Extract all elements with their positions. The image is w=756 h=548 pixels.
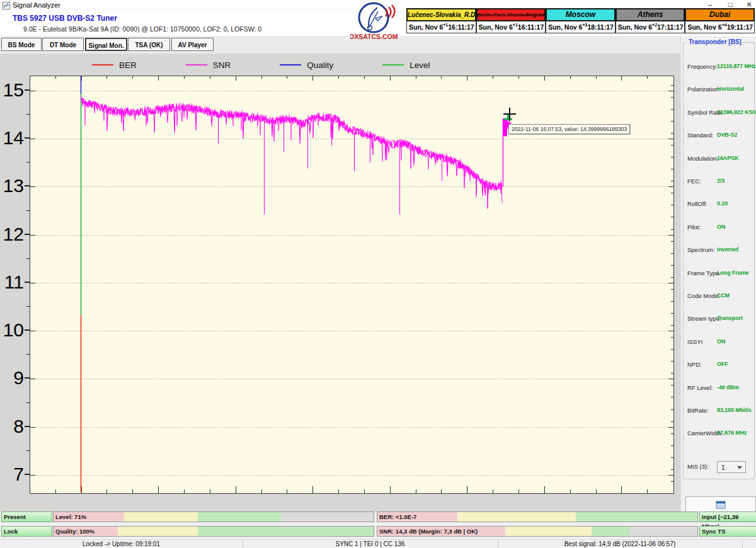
y-axis-label: 9	[0, 367, 24, 389]
transponder-row-value: CCM	[717, 292, 730, 299]
mis-label: MIS (3):	[687, 463, 709, 470]
tab-bs-mode[interactable]: BS Mode	[1, 38, 42, 51]
clock-4: Dubai Sun, Nov 6+419:11:17	[685, 8, 755, 35]
legend-label: Quality	[307, 60, 333, 70]
meter-segment	[457, 512, 576, 522]
clock-2: Moscow Sun, Nov 6+318:11:17	[546, 8, 616, 35]
crosshair-cursor-icon	[503, 113, 516, 115]
y-axis-tick	[25, 234, 30, 235]
transponder-row-label: ISSYI	[687, 338, 702, 345]
y-axis-tick	[25, 426, 30, 427]
transponder-row-value: 12110,877 MHz	[717, 63, 756, 69]
mis-value: 1	[721, 464, 725, 471]
status-bar: Locked -> Uptime: 09:19:01 SYNC 1 | TEI …	[0, 539, 756, 548]
meter-segment	[505, 527, 592, 536]
legend-label: Level	[410, 60, 430, 70]
dxsatcs-logo: DXSATCS.COM	[350, 1, 404, 42]
y-axis-label: 8	[0, 415, 24, 438]
y-axis-tick	[25, 474, 30, 475]
transponder-row-label: Spectrum:	[687, 246, 714, 253]
transponder-row-label: Frequency:	[687, 63, 718, 70]
transponder-row-value: 16APSK	[717, 155, 738, 161]
present-badge: Present	[1, 511, 52, 522]
clock-time: 17:11:17	[657, 23, 683, 31]
legend-line-swatch	[186, 64, 207, 66]
transponder-groupbox: Transponder [BS] Frequency:12110,877 MHz…	[683, 42, 755, 479]
tab-signal-mon-[interactable]: Signal Mon.	[85, 38, 127, 51]
y-axis-minor-tick	[26, 210, 30, 211]
statusbar-uptime: Locked -> Uptime: 09:19:01	[0, 540, 243, 548]
tuner-title: TBS 5927 USB DVB-S2 Tuner	[13, 14, 117, 23]
y-axis-minor-tick	[26, 162, 30, 163]
input-rate-badge: Input (~21,39 Mbps)	[699, 511, 756, 522]
meter-segment	[198, 512, 281, 522]
bottom-status-rows: Present Lock Level: 71%Quality: 100%BER:…	[0, 511, 756, 539]
y-axis-label: 15	[0, 79, 24, 101]
mis-dropdown[interactable]: 1	[717, 461, 746, 473]
statusbar-divider	[742, 540, 743, 548]
level-meter-label: Level: 71%	[55, 512, 86, 522]
quality-meter-label: Quality: 100%	[55, 527, 94, 536]
clock-time: 16:11:17	[448, 23, 474, 31]
signal-analyzer-window: Signal Analyzer – □ ✕ TBS 5927 USB DVB-S…	[0, 0, 756, 548]
clock-city: Berlin-Paris-Vienna-Belgrade	[476, 8, 546, 21]
tab-av-player[interactable]: AV Player	[171, 38, 214, 51]
clock-utc-offset: +1	[513, 23, 518, 27]
quality-meter: Quality: 100%	[53, 526, 374, 537]
level-meter: Level: 71%	[53, 511, 374, 522]
legend-item-level: Level	[382, 60, 430, 70]
transponder-panel: Transponder [BS] Frequency:12110,877 MHz…	[680, 36, 756, 548]
signal-chart-region: BERSNRQualityLevel 789101112131415 2022-…	[0, 54, 680, 511]
y-axis-minor-tick	[26, 354, 30, 355]
y-axis-tick	[25, 329, 30, 331]
tab-tsa-ok-[interactable]: TSA (OK)	[128, 38, 170, 51]
statusbar-divider	[498, 540, 498, 548]
clock-time: 16:11:17	[518, 23, 544, 31]
clock-utc-offset: +3	[582, 23, 587, 27]
chevron-down-icon	[737, 466, 742, 469]
legend-label: BER	[119, 60, 137, 70]
statusbar-best-signal: Best signal: 14,9 dB (2022-11-06 06:57)	[498, 540, 742, 548]
y-axis-label: 14	[0, 127, 24, 149]
statusbar-divider	[243, 540, 243, 548]
transponder-row-label: Frame Type:	[687, 270, 721, 277]
transponder-row-value: ON	[717, 338, 725, 345]
legend-label: SNR	[213, 60, 231, 70]
meter-segment	[198, 527, 374, 536]
transponder-row-value: 37,676 MHz	[717, 430, 747, 436]
clock-utc-offset: +2	[652, 23, 657, 27]
transponder-row-value: Inverted	[717, 246, 738, 253]
plot-area	[30, 76, 674, 494]
transponder-row-value: 31396,922 KS/s	[717, 109, 756, 115]
signal-plot-canvas[interactable]	[30, 76, 673, 493]
clock-date: Sun, Nov 6	[548, 23, 582, 31]
chart-legend: BERSNRQualityLevel	[92, 59, 430, 71]
transponder-row-value: 83,105 Mbit/s	[717, 407, 752, 413]
y-axis-minor-tick	[26, 114, 30, 115]
tab-dt-mode[interactable]: DT Mode	[42, 38, 84, 51]
clock-date: Sun, Nov 6	[687, 23, 721, 31]
y-axis-tick	[25, 282, 30, 283]
transponder-row-value: 2/3	[717, 178, 724, 184]
ber-meter-label: BER: <1.0E-7	[379, 512, 416, 522]
clock-city: Moscow	[546, 8, 616, 21]
meter-segment	[630, 527, 697, 536]
y-axis-minor-tick	[26, 402, 30, 403]
transponder-title: Transponder [BS]	[687, 38, 743, 45]
sync-ts-badge: Sync TS	[699, 526, 756, 537]
legend-item-ber: BER	[92, 60, 137, 70]
transponder-row-value: -40 dBm	[717, 384, 739, 391]
transponder-row-value: Horizontal	[717, 86, 744, 92]
transponder-row-label: BitRate:	[687, 407, 709, 414]
resize-grip-icon[interactable]: .:	[751, 541, 755, 547]
y-axis-minor-tick	[26, 450, 30, 451]
clock-date: Sun, Nov 6	[479, 23, 513, 31]
log-window-button[interactable]	[685, 496, 756, 513]
transponder-row-value: ON	[717, 224, 725, 230]
transponder-row-label: Modulation:	[687, 155, 718, 162]
legend-line-swatch	[92, 64, 113, 66]
y-axis-minor-tick	[26, 258, 30, 259]
transponder-row-label: Pilot:	[687, 224, 701, 231]
meter-segment	[124, 512, 198, 522]
transponder-row-label: RollOff:	[687, 200, 707, 207]
